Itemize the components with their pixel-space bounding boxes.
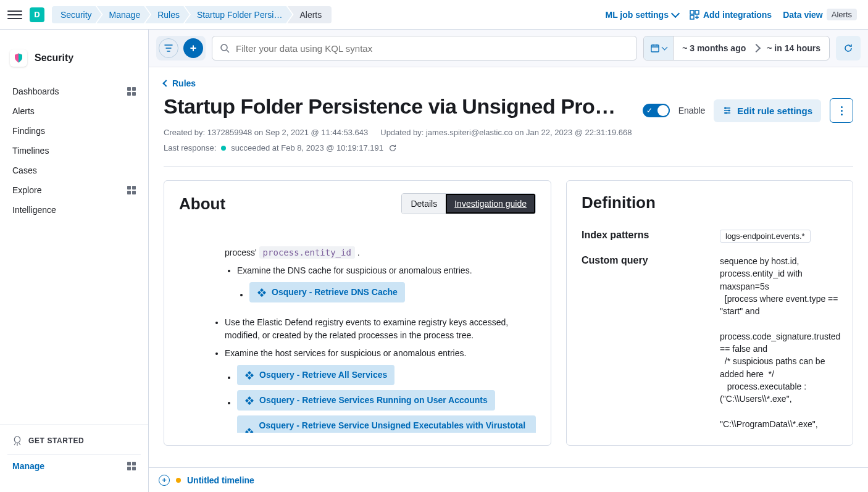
- chevron-left-icon: [162, 80, 169, 86]
- sidebar-brand: Security: [0, 40, 148, 79]
- enable-label: Enable: [678, 106, 706, 115]
- osquery-label: Osquery - Retrieve Services Running on U…: [259, 394, 488, 407]
- kql-query-input[interactable]: [236, 43, 629, 54]
- osquery-icon: [257, 288, 267, 298]
- sidebar-item-cases[interactable]: Cases: [5, 161, 143, 180]
- kql-query-input-wrapper[interactable]: [212, 36, 637, 60]
- sidebar-item-label: Alerts: [12, 106, 35, 116]
- sidebar-item-label: Intelligence: [12, 205, 56, 215]
- sidebar-item-explore[interactable]: Explore: [5, 180, 143, 200]
- osquery-user-services-button[interactable]: Osquery - Retrieve Services Running on U…: [237, 390, 495, 411]
- last-response-value: succeeded at Feb 8, 2023 @ 10:19:17.191: [231, 143, 383, 152]
- date-quick-select[interactable]: [644, 36, 674, 60]
- sidebar-item-label: Dashboards: [12, 86, 59, 96]
- breadcrumb-rule-name[interactable]: Startup Folder Persi…: [185, 6, 293, 23]
- osquery-icon: [244, 370, 254, 380]
- text: process': [225, 248, 259, 257]
- text: .: [355, 248, 360, 257]
- breadcrumb-security[interactable]: Security: [52, 6, 102, 23]
- last-response-label: Last response:: [164, 143, 216, 152]
- last-response: Last response: succeeded at Feb 8, 2023 …: [164, 143, 853, 152]
- osquery-unsigned-button[interactable]: Osquery - Retrieve Service Unsigned Exec…: [237, 415, 536, 433]
- add-filter-button[interactable]: +: [183, 38, 203, 58]
- svg-rect-4: [651, 45, 659, 52]
- definition-body: Index patterns logs-endpoint.events.* Cu…: [582, 230, 838, 446]
- get-started-button[interactable]: GET STARTED: [7, 430, 141, 452]
- code-token: process.entity_id: [259, 246, 355, 259]
- breadcrumb-rules[interactable]: Rules: [145, 6, 190, 23]
- osquery-all-services-button[interactable]: Osquery - Retrieve All Services: [237, 365, 394, 385]
- grid-icon: [127, 462, 136, 470]
- sidebar-item-timelines[interactable]: Timelines: [5, 141, 143, 161]
- guide-line-process: process' process.entity_id .: [225, 246, 536, 259]
- data-view-selector[interactable]: Data view Alerts: [783, 9, 861, 20]
- definition-title: Definition: [582, 193, 838, 212]
- add-integrations-button[interactable]: Add integrations: [690, 10, 772, 20]
- date-range-display[interactable]: ~ 3 months ago ~ in 14 hours: [674, 43, 829, 53]
- back-label: Rules: [172, 78, 196, 88]
- timeline-title-link[interactable]: Untitled timeline: [187, 475, 254, 485]
- sidebar-item-alerts[interactable]: Alerts: [5, 101, 143, 121]
- sidebar-item-label: Findings: [12, 126, 45, 136]
- add-integrations-label: Add integrations: [703, 10, 772, 20]
- filter-icon: [164, 43, 173, 53]
- security-logo-icon: [10, 49, 27, 67]
- space-avatar[interactable]: D: [30, 7, 44, 22]
- timeline-bar: + Untitled timeline: [149, 467, 868, 492]
- about-title: About: [179, 194, 225, 214]
- sidebar-item-dashboards[interactable]: Dashboards: [5, 81, 143, 101]
- tab-details[interactable]: Details: [402, 194, 446, 214]
- back-to-rules-link[interactable]: Rules: [164, 78, 853, 88]
- osquery-label: Osquery - Retrieve DNS Cache: [272, 286, 398, 299]
- panels-row: About Details Investigation guide proces…: [164, 180, 853, 446]
- saved-query-button[interactable]: [159, 38, 178, 58]
- rocket-icon: [12, 436, 22, 446]
- check-icon: ✓: [646, 106, 653, 115]
- content: + ~ 3 months ago ~ in 14 hours: [149, 30, 868, 492]
- title-row: Startup Folder Persistence via Unsigned …: [164, 94, 853, 123]
- guide-bullet-services: Examine the host services for suspicious…: [225, 347, 536, 433]
- plus-icon: +: [190, 43, 197, 54]
- page-title: Startup Folder Persistence via Unsigned …: [164, 94, 633, 119]
- about-header: About Details Investigation guide: [179, 193, 536, 214]
- data-view-badge: Alerts: [827, 9, 857, 20]
- add-timeline-button[interactable]: +: [159, 475, 170, 486]
- text: Examine the host services for suspicious…: [225, 348, 466, 358]
- chevron-down-icon: [662, 44, 668, 51]
- custom-query-label: Custom query: [582, 255, 711, 266]
- arrow-right-icon: [752, 44, 761, 52]
- chevron-down-icon: [671, 9, 680, 17]
- enable-rule-switch[interactable]: ✓: [643, 104, 670, 117]
- sidebar-item-manage[interactable]: Manage: [7, 454, 141, 477]
- osquery-dns-cache-button[interactable]: Osquery - Retrieve DNS Cache: [249, 282, 405, 302]
- header-actions: ML job settings Add integrations Data vi…: [606, 9, 861, 20]
- manage-label: Manage: [12, 461, 44, 471]
- breadcrumb-manage[interactable]: Manage: [97, 6, 151, 23]
- grid-icon: [127, 186, 136, 194]
- date-range-picker[interactable]: ~ 3 months ago ~ in 14 hours: [643, 36, 830, 60]
- top-header: D Security Manage Rules Startup Folder P…: [0, 0, 868, 30]
- grid-icon: [127, 87, 136, 96]
- rule-actions-menu[interactable]: [830, 98, 853, 123]
- osquery-icon: [244, 427, 254, 433]
- definition-panel: Definition Index patterns logs-endpoint.…: [566, 180, 853, 446]
- index-patterns-label: Index patterns: [582, 230, 711, 241]
- integrations-icon: [690, 10, 699, 20]
- svg-point-6: [728, 110, 730, 112]
- ml-job-settings-button[interactable]: ML job settings: [606, 10, 678, 20]
- edit-rule-label: Edit rule settings: [737, 106, 812, 116]
- refresh-icon[interactable]: [388, 144, 397, 152]
- sidebar-item-findings[interactable]: Findings: [5, 121, 143, 141]
- svg-point-5: [725, 107, 727, 109]
- edit-rule-button[interactable]: Edit rule settings: [714, 99, 821, 122]
- breadcrumbs: Security Manage Rules Startup Folder Per…: [52, 6, 598, 23]
- date-to: ~ in 14 hours: [767, 43, 820, 53]
- menu-toggle-icon[interactable]: [7, 7, 22, 22]
- refresh-button[interactable]: [836, 36, 861, 60]
- created-by: Created by: 1372859948 on Sep 2, 2021 @ …: [164, 128, 368, 137]
- sidebar-item-intelligence[interactable]: Intelligence: [5, 200, 143, 220]
- osquery-item: Osquery - Retrieve Services Running on U…: [237, 390, 536, 411]
- tab-investigation-guide[interactable]: Investigation guide: [446, 194, 535, 214]
- get-started-label: GET STARTED: [28, 436, 84, 445]
- osquery-icon: [244, 396, 254, 406]
